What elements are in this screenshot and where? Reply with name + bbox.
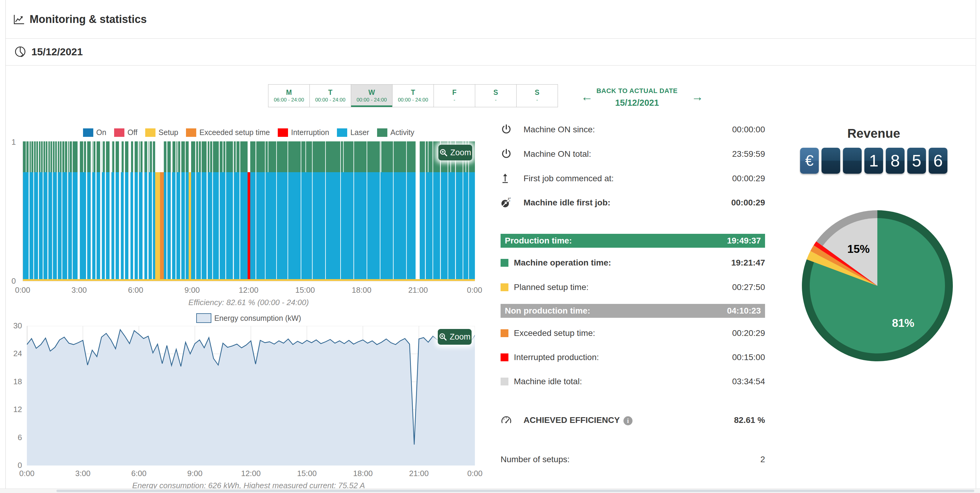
- legend-label: Laser: [350, 128, 369, 137]
- timeline-x-label: 3:00: [68, 286, 90, 295]
- day-range: 00:00 - 24:00: [315, 97, 345, 103]
- day-range: -: [495, 97, 496, 103]
- stat-value: 03:34:54: [732, 374, 765, 389]
- prev-day-arrow[interactable]: ←: [581, 91, 593, 103]
- legend-item-off[interactable]: Off: [114, 128, 137, 137]
- week-day-cell-5[interactable]: S -: [475, 85, 517, 107]
- legend-item-interruption[interactable]: Interruption: [278, 128, 329, 137]
- timeline-y-min-label: 0: [11, 276, 16, 286]
- magnifier-plus-icon: [439, 148, 448, 157]
- energy-y-label: 6: [5, 433, 22, 442]
- day-range: -: [453, 97, 455, 103]
- stat-row-exceeded-setup-time-: Exceeded setup time:00:20:29: [501, 326, 765, 340]
- card-right-border: [976, 0, 976, 493]
- day-label: W: [368, 88, 375, 97]
- day-label: S: [493, 88, 498, 97]
- legend-label: Interruption: [291, 128, 329, 137]
- nav-current-date[interactable]: 15/12/2021: [592, 98, 682, 108]
- legend-item-exceeded-setup-time[interactable]: Exceeded setup time: [186, 128, 270, 137]
- stat-value: 23:59:59: [732, 147, 765, 161]
- stat-label: Machine idle first job:: [523, 195, 611, 210]
- stat-color-swatch: [501, 259, 508, 267]
- back-to-actual-date-button[interactable]: BACK TO ACTUAL DATE 15/12/2021: [592, 87, 682, 108]
- header-divider: [5, 38, 976, 39]
- stat-label: Machine idle total:: [514, 374, 582, 389]
- energy-y-label: 18: [5, 377, 22, 386]
- energy-x-label: 21:00: [409, 469, 430, 478]
- week-day-cell-6[interactable]: S -: [517, 85, 558, 107]
- power-icon: [501, 148, 512, 161]
- stat-label: Machine operation time:: [514, 255, 611, 270]
- day-range: -: [536, 97, 538, 103]
- machine-state-timeline-chart[interactable]: [23, 141, 475, 281]
- info-icon[interactable]: i: [624, 416, 633, 425]
- stat-label: ACHIEVED EFFICIENCYi: [523, 413, 633, 428]
- monitoring-chart-icon: [13, 13, 25, 27]
- legend-label: Exceeded setup time: [199, 128, 270, 137]
- stat-value: 00:00:29: [731, 195, 765, 210]
- legend-item-on[interactable]: On: [83, 128, 106, 137]
- scrollbar-thumb[interactable]: [56, 490, 974, 492]
- legend-item-activity[interactable]: Activity: [377, 128, 414, 137]
- section-bar-production-time-: Production time: 19:49:37: [501, 234, 765, 248]
- energy-x-label: 0:00: [465, 469, 485, 478]
- day-label: T: [411, 88, 415, 97]
- revenue-digit-tile-2: [843, 148, 862, 174]
- stat-label: Machine ON total:: [523, 147, 591, 161]
- revenue-digit-tile-3: 1: [864, 148, 883, 174]
- stat-value: 00:15:00: [732, 350, 765, 365]
- legend-swatch: [337, 128, 347, 137]
- day-label: S: [535, 88, 539, 97]
- power-icon: [501, 124, 512, 136]
- stat-value: 00:20:29: [732, 326, 765, 340]
- timeline-zoom-button[interactable]: Zoom: [438, 145, 472, 160]
- energy-legend-label[interactable]: Energy consumption (kW): [214, 314, 301, 322]
- day-range: 00:00 - 24:00: [398, 97, 428, 103]
- legend-item-laser[interactable]: Laser: [337, 128, 369, 137]
- timeline-y-max-label: 1: [11, 137, 16, 147]
- energy-x-label: 6:00: [128, 469, 150, 478]
- week-day-cell-0[interactable]: M 06:00 - 24:00: [269, 85, 310, 107]
- revenue-digit-tile-6: 6: [929, 148, 947, 174]
- stat-row-machine-on-total-: Machine ON total:23:59:59: [501, 147, 765, 161]
- legend-label: Activity: [390, 128, 414, 137]
- stat-row-machine-idle-total-: Machine idle total:03:34:54: [501, 374, 765, 389]
- timeline-legend: On Off Setup Exceeded setup time Interru…: [23, 128, 475, 137]
- week-day-cell-3[interactable]: T 00:00 - 24:00: [393, 85, 434, 107]
- energy-x-label: 3:00: [72, 469, 94, 478]
- stat-row-planned-setup-time-: Planned setup time:00:27:50: [501, 280, 765, 295]
- selected-date-title: 15/12/2021: [32, 45, 83, 58]
- stat-label: Number of setups:: [501, 452, 570, 467]
- idle-clock-icon: zzz: [501, 197, 512, 209]
- gauge-icon: [501, 414, 512, 427]
- stat-row-machine-idle-first-job-: zzzMachine idle first job:00:00:29: [501, 195, 765, 210]
- revenue-currency-tile: €: [800, 148, 819, 174]
- energy-consumption-chart[interactable]: [27, 326, 475, 466]
- stat-label: First job commenced at:: [523, 171, 614, 186]
- svg-text:z: z: [509, 200, 511, 202]
- next-day-arrow[interactable]: →: [691, 91, 703, 103]
- energy-zoom-button[interactable]: Zoom: [438, 329, 472, 345]
- section-bar-value: 04:10:23: [727, 304, 761, 318]
- timeline-x-label: 6:00: [125, 286, 146, 295]
- horizontal-scrollbar: [0, 488, 980, 493]
- week-day-cell-1[interactable]: T 00:00 - 24:00: [310, 85, 351, 107]
- date-pie-icon: [14, 45, 27, 59]
- legend-item-setup[interactable]: Setup: [145, 128, 178, 137]
- week-day-cell-4[interactable]: F -: [434, 85, 475, 107]
- stat-value: 00:00:00: [732, 122, 765, 137]
- timeline-x-label: 0:00: [12, 286, 33, 295]
- zoom-button-label: Zoom: [450, 332, 470, 341]
- energy-legend-swatch[interactable]: [196, 313, 212, 323]
- week-day-selector: M 06:00 - 24:00 T 00:00 - 24:00 W 00:00 …: [268, 84, 558, 107]
- back-to-actual-date-label[interactable]: BACK TO ACTUAL DATE: [592, 87, 682, 95]
- monitoring-dashboard: Monitoring & statistics 15/12/2021 M 06:…: [0, 0, 980, 493]
- energy-x-label: 0:00: [16, 469, 37, 478]
- stat-color-swatch: [501, 353, 508, 361]
- section-bar-value: 19:49:37: [727, 234, 761, 248]
- week-day-cell-2[interactable]: W 00:00 - 24:00: [351, 85, 393, 107]
- first-job-icon: [501, 172, 512, 185]
- stat-value: 82.61 %: [734, 413, 765, 428]
- page-title: Monitoring & statistics: [30, 13, 147, 26]
- card-left-border: [5, 0, 6, 493]
